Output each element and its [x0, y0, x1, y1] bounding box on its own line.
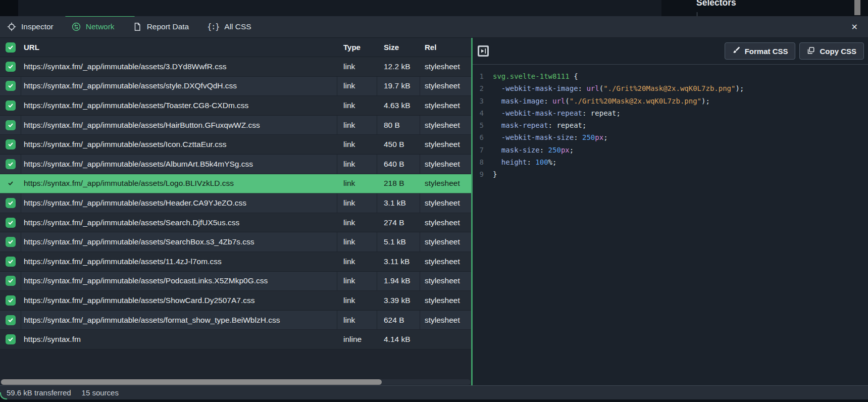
- code-line: 9 }: [473, 168, 868, 180]
- table-row[interactable]: https://syntax.fm/_app/immutable/assets/…: [0, 155, 471, 174]
- row-size: 218 B: [377, 174, 420, 193]
- table-row[interactable]: https://syntax.fm/_app/immutable/assets/…: [0, 311, 471, 330]
- row-checkbox-cell: [0, 311, 21, 330]
- row-size: 4.63 kB: [377, 96, 420, 115]
- row-checkbox[interactable]: [6, 159, 16, 169]
- row-url: https://syntax.fm/_app/immutable/assets/…: [21, 135, 337, 154]
- tab-label: Network: [86, 22, 115, 31]
- line-content: -webkit-mask-image: url("./Grit%20Mask@2…: [493, 82, 744, 94]
- code-line: 5 mask-repeat: repeat;: [473, 119, 868, 131]
- row-url: https://syntax.fm/_app/immutable/assets/…: [21, 252, 337, 271]
- row-url: https://syntax.fm/_app/immutable/assets/…: [21, 291, 337, 310]
- row-checkbox[interactable]: [6, 178, 16, 188]
- row-rel: stylesheet: [420, 311, 471, 330]
- table-row[interactable]: https://syntax.fm/_app/immutable/assets/…: [0, 232, 471, 252]
- row-checkbox-cell: [0, 232, 21, 252]
- row-checkbox[interactable]: [6, 120, 16, 130]
- line-content: mask-image: url("./Grit%20Mask@2x.wqK0L7…: [493, 95, 710, 107]
- table-row[interactable]: https://syntax.fm/_app/immutable/assets/…: [0, 57, 471, 77]
- row-checkbox-cell: [0, 155, 21, 174]
- row-url: https://syntax.fm/_app/immutable/assets/…: [21, 174, 337, 193]
- panel-corner-accent: [0, 392, 7, 399]
- row-checkbox[interactable]: [6, 295, 16, 306]
- inspector-target-icon: [7, 22, 16, 31]
- row-checkbox[interactable]: [6, 100, 16, 111]
- row-checkbox[interactable]: [6, 198, 16, 208]
- row-checkbox[interactable]: [6, 276, 16, 286]
- row-rel: stylesheet: [420, 252, 471, 271]
- tab-label: Inspector: [21, 22, 54, 31]
- table-row[interactable]: https://syntax.fm/_app/immutable/assets/…: [0, 252, 471, 272]
- row-checkbox-cell: [0, 57, 21, 76]
- row-type: link: [337, 116, 377, 135]
- table-row[interactable]: https://syntax.fm/_app/immutable/assets/…: [0, 272, 471, 291]
- row-checkbox-cell: [0, 330, 21, 349]
- row-checkbox[interactable]: [6, 218, 16, 228]
- code-line: 4 -webkit-mask-repeat: repeat;: [473, 107, 868, 119]
- row-rel: stylesheet: [420, 291, 471, 310]
- table-row[interactable]: https://syntax.fm/_app/immutable/assets/…: [0, 291, 471, 311]
- line-content: svg.svelte-1tw8111 {: [493, 70, 578, 82]
- tab-inspector[interactable]: Inspector: [7, 22, 54, 31]
- braces-icon: {:}: [207, 22, 219, 31]
- transferred-total: 59.6 kB transferred: [7, 388, 71, 397]
- line-number: 5: [473, 119, 484, 131]
- row-type: link: [337, 193, 377, 213]
- column-header-url[interactable]: URL: [21, 38, 337, 57]
- network-pane: URL Type Size Rel https://syntax.fm/_app…: [0, 38, 471, 385]
- row-rel: stylesheet: [420, 135, 471, 154]
- row-checkbox[interactable]: [6, 62, 16, 72]
- table-row[interactable]: https://syntax.fm/_app/immutable/assets/…: [0, 96, 471, 116]
- row-type: inline: [337, 330, 377, 349]
- table-row[interactable]: https://syntax.fm inline 4.14 kB: [0, 330, 471, 349]
- tab-all-css[interactable]: {:} All CSS: [207, 22, 251, 31]
- collapse-panel-icon[interactable]: [478, 45, 489, 57]
- line-content: height: 100%;: [493, 156, 556, 168]
- row-size: 1.94 kB: [377, 272, 420, 291]
- row-checkbox[interactable]: [6, 315, 16, 325]
- format-css-button[interactable]: Format CSS: [725, 42, 796, 60]
- row-checkbox[interactable]: [6, 237, 16, 247]
- tab-label: Report Data: [147, 22, 189, 31]
- table-row[interactable]: https://syntax.fm/_app/immutable/assets/…: [0, 174, 471, 194]
- tab-report-data[interactable]: Report Data: [133, 22, 189, 31]
- horizontal-scrollbar-track[interactable]: [1, 379, 471, 385]
- row-type: link: [337, 77, 377, 96]
- row-url: https://syntax.fm/_app/immutable/assets/…: [21, 311, 337, 330]
- row-rel: stylesheet: [420, 77, 471, 96]
- tab-label: All CSS: [224, 22, 251, 31]
- row-rel: stylesheet: [420, 96, 471, 115]
- row-checkbox[interactable]: [6, 257, 16, 267]
- row-rel: stylesheet: [420, 116, 471, 135]
- line-content: -webkit-mask-repeat: repeat;: [493, 107, 621, 119]
- row-type: link: [337, 174, 377, 193]
- document-icon: [133, 22, 142, 31]
- copy-css-button[interactable]: Copy CSS: [799, 42, 864, 60]
- table-row[interactable]: https://syntax.fm/_app/immutable/assets/…: [0, 77, 471, 96]
- tab-network[interactable]: Network: [72, 22, 115, 31]
- column-header-rel[interactable]: Rel: [420, 38, 471, 57]
- row-checkbox-cell: [0, 77, 21, 96]
- page-scrollbar[interactable]: [854, 0, 860, 15]
- row-rel: stylesheet: [420, 57, 471, 76]
- select-all-checkbox[interactable]: [6, 42, 16, 53]
- table-row[interactable]: https://syntax.fm/_app/immutable/assets/…: [0, 116, 471, 135]
- code-lines[interactable]: 1 svg.svelte-1tw8111 { 2 -webkit-mask-im…: [473, 65, 868, 385]
- row-type: link: [337, 96, 377, 115]
- background-table-border: [697, 12, 697, 16]
- row-checkbox[interactable]: [6, 334, 16, 344]
- column-header-type[interactable]: Type: [337, 38, 377, 57]
- horizontal-scrollbar-thumb[interactable]: [1, 379, 382, 385]
- row-checkbox[interactable]: [6, 139, 16, 149]
- network-arrows-icon: [72, 22, 81, 31]
- table-row[interactable]: https://syntax.fm/_app/immutable/assets/…: [0, 213, 471, 233]
- row-type: link: [337, 57, 377, 76]
- close-icon[interactable]: ✕: [851, 22, 858, 32]
- line-content: -webkit-mask-size: 250px;: [493, 131, 608, 143]
- code-line: 8 height: 100%;: [473, 156, 868, 168]
- column-header-size[interactable]: Size: [377, 38, 420, 57]
- row-checkbox[interactable]: [6, 81, 16, 91]
- row-url: https://syntax.fm/_app/immutable/assets/…: [21, 213, 337, 232]
- table-row[interactable]: https://syntax.fm/_app/immutable/assets/…: [0, 135, 471, 155]
- table-row[interactable]: https://syntax.fm/_app/immutable/assets/…: [0, 193, 471, 213]
